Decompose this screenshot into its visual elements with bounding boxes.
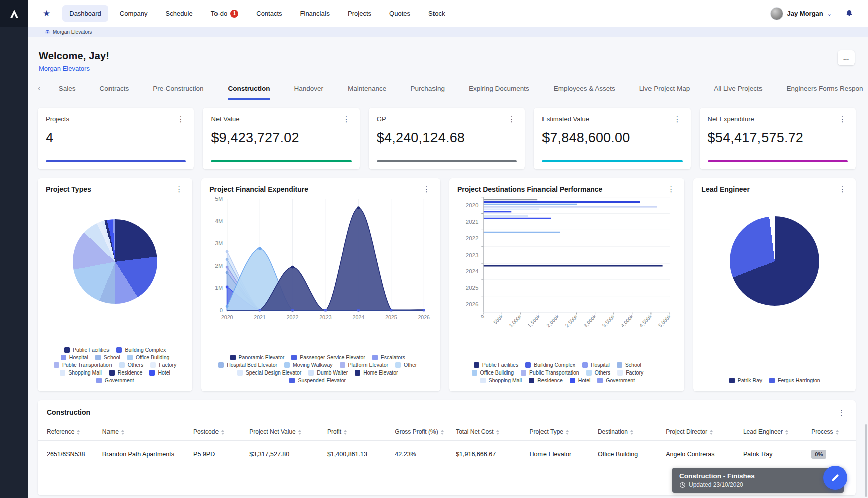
breadcrumb[interactable]: Morgan Elevators (28, 27, 868, 37)
tab-maintenance[interactable]: Maintenance (348, 80, 386, 100)
nav-item-financials[interactable]: Financials (293, 5, 337, 22)
sort-icon[interactable] (344, 430, 347, 435)
nav-item-quotes[interactable]: Quotes (382, 5, 417, 22)
tab-expiring-documents[interactable]: Expiring Documents (469, 80, 529, 100)
user-menu[interactable]: Jay Morgan (770, 7, 832, 20)
tab-employees-assets[interactable]: Employees & Assets (554, 80, 615, 100)
dest-legend-government[interactable]: Government (597, 377, 635, 383)
sort-icon[interactable] (496, 430, 499, 435)
kebab-menu-icon[interactable] (174, 185, 184, 193)
more-options-button[interactable] (838, 50, 855, 65)
tab-construction[interactable]: Construction (228, 80, 270, 100)
nav-item-projects[interactable]: Projects (341, 5, 378, 22)
exp-legend-hospital-bed-elevator[interactable]: Hospital Bed Elevator (218, 362, 277, 368)
types-legend-hotel[interactable]: Hotel (149, 369, 170, 376)
sort-icon[interactable] (785, 430, 788, 435)
vertical-scrollbar[interactable] (865, 424, 867, 497)
column-header-lead-engineer[interactable]: Lead Engineer (739, 423, 807, 441)
dest-legend-building-complex[interactable]: Building Complex (525, 362, 575, 368)
column-header-process[interactable]: Process (807, 423, 856, 441)
column-header-name[interactable]: Name (98, 423, 189, 441)
tab-pre-construction[interactable]: Pre-Construction (153, 80, 203, 100)
types-legend-school[interactable]: School (95, 354, 120, 360)
app-logo[interactable] (0, 0, 28, 27)
dest-legend-public-facilities[interactable]: Public Facilities (474, 362, 518, 368)
kebab-menu-icon[interactable] (837, 185, 848, 193)
tab-engineers-forms-respon[interactable]: Engineers Forms Respon (786, 80, 863, 100)
sort-icon[interactable] (630, 430, 633, 435)
nav-item-schedule[interactable]: Schedule (159, 5, 200, 22)
dest-legend-hospital[interactable]: Hospital (582, 362, 610, 368)
kebab-menu-icon[interactable] (175, 115, 186, 123)
kebab-menu-icon[interactable] (672, 115, 683, 123)
nav-item-contacts[interactable]: Contacts (249, 5, 289, 22)
sort-icon[interactable] (836, 430, 839, 435)
exp-legend-special-design-elevator[interactable]: Special Design Elevator (237, 369, 301, 376)
exp-legend-escalators[interactable]: Escalators (372, 354, 405, 360)
types-legend-others[interactable]: Others (119, 362, 144, 368)
favorites-star-icon[interactable] (43, 8, 50, 19)
sort-icon[interactable] (77, 430, 80, 435)
dest-legend-school[interactable]: School (617, 362, 641, 368)
tab-handover[interactable]: Handover (294, 80, 324, 100)
lead-legend-fergus-harrington[interactable]: Fergus Harrington (769, 377, 820, 383)
company-link[interactable]: Morgan Elevators (39, 65, 90, 72)
tabs-scroll-left-icon[interactable]: ‹ (38, 83, 44, 96)
column-header-total-net-cost[interactable]: Total Net Cost (452, 423, 525, 441)
edit-fab-button[interactable] (823, 466, 847, 490)
exp-legend-other[interactable]: Other (395, 362, 417, 368)
tab-live-project-map[interactable]: Live Project Map (639, 80, 690, 100)
column-header-reference[interactable]: Reference (38, 423, 98, 441)
lead-legend-patrik-ray[interactable]: Patrik Ray (729, 377, 762, 383)
types-legend-factory[interactable]: Factory (150, 362, 176, 368)
dest-legend-others[interactable]: Others (586, 369, 611, 376)
types-legend-public-transportation[interactable]: Public Transportation (54, 362, 112, 368)
types-legend-public-facilities[interactable]: Public Facilities (64, 347, 109, 353)
exp-legend-passenger-service-elevator[interactable]: Passenger Service Elevator (291, 354, 365, 360)
exp-legend-platform-elevator[interactable]: Platform Elevator (340, 362, 389, 368)
exp-legend-panoramic-elevator[interactable]: Panoramic Elevator (230, 354, 285, 360)
sort-icon[interactable] (441, 430, 444, 435)
column-header-gross-profit[interactable]: Gross Profit (%) (391, 423, 452, 441)
types-legend-shopping-mall[interactable]: Shopping Mall (60, 369, 102, 376)
types-legend-building-complex[interactable]: Building Complex (116, 347, 166, 353)
exp-legend-dumb-waiter[interactable]: Dumb Waiter (308, 369, 348, 376)
kebab-menu-icon[interactable] (837, 115, 848, 123)
tab-all-live-projects[interactable]: All Live Projects (714, 80, 762, 100)
dest-legend-hotel[interactable]: Hotel (570, 377, 591, 383)
tab-purchasing[interactable]: Purchasing (410, 80, 445, 100)
dest-legend-factory[interactable]: Factory (617, 369, 643, 376)
dest-legend-residence[interactable]: Residence (529, 377, 563, 383)
dest-legend-public-transportation[interactable]: Public Transportation (521, 369, 579, 376)
nav-item-stock[interactable]: Stock (421, 5, 452, 22)
kebab-menu-icon[interactable] (421, 185, 432, 193)
notifications-bell-icon[interactable] (845, 9, 854, 18)
tab-contracts[interactable]: Contracts (99, 80, 129, 100)
kebab-menu-icon[interactable] (506, 115, 517, 123)
kebab-menu-icon[interactable] (836, 409, 847, 416)
types-legend-government[interactable]: Government (96, 377, 134, 383)
types-legend-residence[interactable]: Residence (109, 369, 143, 376)
column-header-postcode[interactable]: Postcode (189, 423, 245, 441)
exp-legend-home-elevator[interactable]: Home Elevator (355, 369, 398, 376)
column-header-profit[interactable]: Profit (323, 423, 391, 441)
column-header-destination[interactable]: Destination (594, 423, 662, 441)
nav-item-dashboard[interactable]: Dashboard (62, 5, 108, 22)
kebab-menu-icon[interactable] (666, 185, 676, 193)
column-header-project-director[interactable]: Project Director (662, 423, 739, 441)
sort-icon[interactable] (566, 430, 569, 435)
tab-sales[interactable]: Sales (59, 80, 76, 100)
dest-legend-shopping-mall[interactable]: Shopping Mall (480, 377, 522, 383)
exp-legend-suspended-elevator[interactable]: Suspended Elevator (289, 377, 346, 383)
column-header-project-net-value[interactable]: Project Net Value (245, 423, 323, 441)
sort-icon[interactable] (221, 430, 224, 435)
dest-legend-office-building[interactable]: Office Building (472, 369, 514, 376)
exp-legend-moving-walkway[interactable]: Moving Walkway (284, 362, 332, 368)
sort-icon[interactable] (121, 430, 124, 435)
sort-icon[interactable] (710, 430, 713, 435)
kebab-menu-icon[interactable] (341, 115, 352, 123)
nav-item-company[interactable]: Company (113, 5, 155, 22)
sort-icon[interactable] (298, 430, 301, 435)
types-legend-hospital[interactable]: Hospital (61, 354, 88, 360)
table-row[interactable]: 2651/6SN538Brandon Path ApartmentsP5 9PD… (38, 441, 856, 468)
